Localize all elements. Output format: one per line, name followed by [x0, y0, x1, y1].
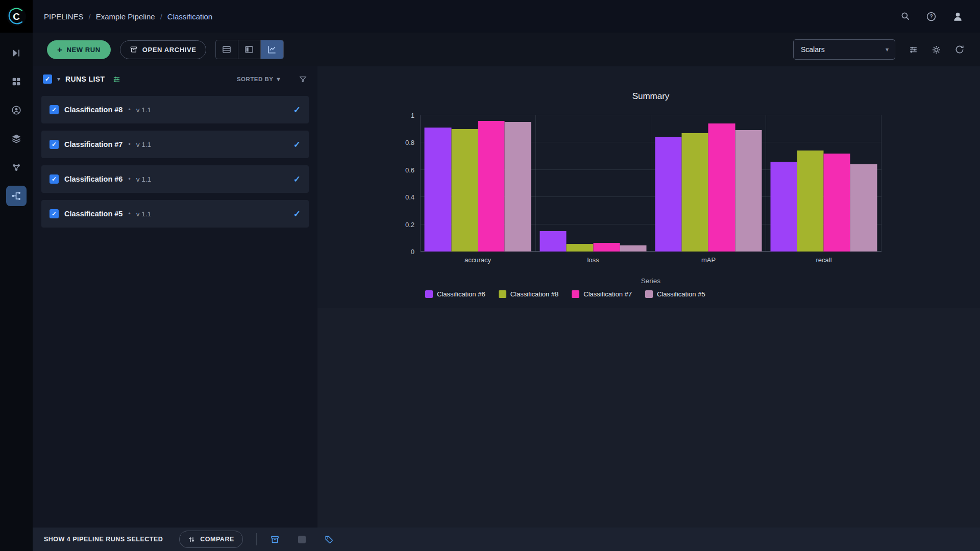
pipelines-icon[interactable] — [6, 186, 27, 206]
footer-actions — [270, 535, 334, 544]
runs-settings-icon[interactable] — [112, 75, 121, 84]
run-name: Classification #7 — [64, 140, 122, 148]
breadcrumb-project[interactable]: Example Pipeline — [96, 12, 155, 21]
run-row[interactable]: ✓Classification #7•v 1.1✓ — [41, 131, 309, 158]
chart-bar — [567, 244, 593, 252]
split-view-icon[interactable] — [238, 40, 261, 59]
breadcrumb-current[interactable]: Classification — [167, 12, 212, 21]
top-bar-actions: ? — [900, 11, 964, 22]
chart-bar — [451, 129, 478, 252]
run-checkbox[interactable]: ✓ — [50, 209, 59, 218]
app-root: C PIPEL — [0, 0, 980, 551]
toolbar-right-icons — [909, 44, 965, 55]
chevron-down-icon[interactable]: ▾ — [57, 76, 60, 82]
legend-item[interactable]: Classification #8 — [499, 290, 559, 298]
svg-text:?: ? — [929, 14, 933, 19]
chart-bar — [540, 231, 567, 252]
run-row[interactable]: ✓Classification #5•v 1.1✓ — [41, 200, 309, 228]
compare-icon — [188, 536, 195, 543]
search-icon[interactable] — [900, 11, 911, 21]
table-view-icon[interactable] — [216, 40, 238, 59]
legend-item[interactable]: Classification #7 — [572, 290, 632, 298]
y-tick-label: 0.4 — [405, 194, 414, 201]
avatar-icon[interactable] — [952, 11, 964, 22]
gear-icon[interactable] — [932, 45, 941, 55]
chart-legend: Classification #6Classification #8Classi… — [420, 290, 881, 298]
y-tick-label: 0 — [411, 248, 414, 255]
models-icon[interactable] — [6, 157, 27, 178]
datasets-icon[interactable] — [6, 71, 27, 92]
runs-list-panel: ✓ ▾ RUNS LIST SORTED BY ▾ ✓Classificatio… — [33, 66, 317, 528]
chart-bar — [425, 128, 451, 252]
legend-swatch — [645, 290, 653, 298]
chart-bar — [770, 162, 797, 252]
help-icon[interactable]: ? — [926, 11, 937, 22]
y-tick-label: 0.2 — [405, 221, 414, 228]
chart-bar — [478, 121, 504, 252]
workers-icon[interactable] — [6, 100, 27, 120]
rail-nav — [6, 43, 27, 206]
breadcrumb: PIPELINES / Example Pipeline / Classific… — [44, 12, 212, 21]
x-tick-label: recall — [766, 256, 881, 264]
new-run-button[interactable]: + NEW RUN — [47, 40, 111, 59]
legend-swatch — [425, 290, 433, 298]
y-tick-label: 0.8 — [405, 139, 414, 146]
clearml-logo[interactable]: C — [0, 0, 33, 33]
bar-group — [421, 115, 536, 252]
runs-list: ✓Classification #8•v 1.1✓✓Classification… — [33, 92, 317, 235]
selected-check-icon: ✓ — [293, 105, 301, 115]
archive-icon — [130, 45, 138, 54]
legend-label: Classification #6 — [437, 290, 485, 298]
tune-icon[interactable] — [909, 45, 918, 55]
run-checkbox[interactable]: ✓ — [50, 140, 59, 149]
filter-icon[interactable] — [299, 75, 307, 84]
open-archive-button[interactable]: OPEN ARCHIVE — [120, 40, 206, 59]
bullet-icon: • — [128, 176, 130, 183]
tag-icon[interactable] — [324, 535, 334, 544]
chart-x-labels: accuracylossmAPrecall — [420, 256, 881, 264]
legend-item[interactable]: Classification #5 — [645, 290, 705, 298]
breadcrumb-section[interactable]: PIPELINES — [44, 12, 84, 21]
left-nav-rail: C — [0, 0, 33, 551]
y-tick-label: 0.6 — [405, 166, 414, 173]
run-row[interactable]: ✓Classification #6•v 1.1✓ — [41, 165, 309, 193]
run-name: Classification #8 — [64, 106, 122, 114]
chevron-down-icon: ▾ — [886, 46, 889, 53]
bullet-icon: • — [128, 141, 130, 148]
bullet-icon: • — [128, 210, 130, 217]
plus-icon: + — [57, 45, 63, 54]
chart-view-icon[interactable] — [261, 40, 283, 59]
logo-icon: C — [6, 6, 27, 27]
runs-list-title: RUNS LIST — [65, 75, 105, 83]
legend-label: Classification #7 — [583, 290, 632, 298]
archive-icon[interactable] — [270, 535, 280, 544]
compare-label: COMPARE — [200, 536, 234, 543]
selection-label[interactable]: SHOW 4 PIPELINE RUNS SELECTED — [44, 536, 163, 543]
run-checkbox[interactable]: ✓ — [50, 105, 59, 114]
projects-icon[interactable] — [6, 43, 27, 63]
x-tick-label: accuracy — [420, 256, 535, 264]
select-all-checkbox[interactable]: ✓ — [43, 74, 52, 84]
sorted-by-control[interactable]: SORTED BY ▾ — [237, 76, 280, 82]
y-tick-label: 1 — [411, 112, 414, 119]
reports-icon[interactable] — [6, 129, 27, 149]
run-checkbox[interactable]: ✓ — [50, 174, 59, 184]
bar-group — [536, 115, 651, 252]
metric-select[interactable]: Scalars ▾ — [793, 39, 895, 60]
metric-select-value: Scalars — [801, 45, 825, 54]
chart-bar — [593, 243, 620, 252]
chart-bar — [797, 151, 823, 252]
run-version: v 1.1 — [136, 176, 151, 183]
chart-area-lower — [317, 308, 980, 528]
run-version: v 1.1 — [136, 210, 151, 218]
legend-item[interactable]: Classification #6 — [425, 290, 485, 298]
compare-button[interactable]: COMPARE — [179, 531, 242, 548]
breadcrumb-separator: / — [89, 12, 91, 21]
chart-bar — [682, 133, 708, 252]
run-version: v 1.1 — [136, 106, 151, 114]
bullet-icon: • — [128, 106, 130, 113]
abort-icon[interactable] — [298, 536, 306, 543]
auto-refresh-icon[interactable] — [954, 44, 965, 55]
selection-footer: SHOW 4 PIPELINE RUNS SELECTED COMPARE — [33, 528, 980, 551]
run-row[interactable]: ✓Classification #8•v 1.1✓ — [41, 96, 309, 123]
